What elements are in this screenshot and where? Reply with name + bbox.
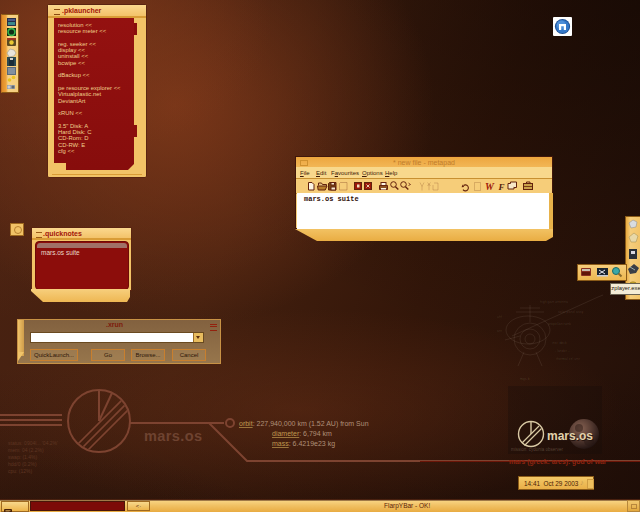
svg-text:mission: cydonia observer: mission: cydonia observer [511,447,564,452]
svg-text:hdd/0 (0.2%): hdd/0 (0.2%) [8,461,37,467]
svg-text:diameter: 6,794 km: diameter: 6,794 km [272,430,332,437]
svg-text:status: 0904l... '04.2%': status: 0904l... '04.2%' [8,440,58,446]
svg-text:inst. deck: inst. deck [552,341,567,345]
svg-text:solar panel assy: solar panel assy [558,310,584,314]
svg-text:swap: (1.4%): swap: (1.4%) [8,454,38,460]
svg-text:mgs-b: mgs-b [520,377,530,381]
svg-text:mars (greek: ares): god of war: mars (greek: ares): god of war [509,458,607,466]
svg-text:high gain antenna: high gain antenna [540,300,568,304]
svg-text:- lander --: - lander -- [555,349,571,353]
svg-text:thermal ctrl unit: thermal ctrl unit [556,357,580,361]
svg-text:W: W [485,181,495,192]
svg-text:cpu: (12%): cpu: (12%) [8,468,33,474]
svg-text:mars.os: mars.os [144,428,202,444]
svg-text:orbit: 227,940,000 km (1.52 AU: orbit: 227,940,000 km (1.52 AU) from Sun [239,420,369,428]
svg-text:ant: ant [497,329,502,333]
svg-text:mars.os: mars.os [547,429,593,443]
svg-text:uhf: uhf [497,315,502,319]
svg-text:propellant tank: propellant tank [548,322,571,326]
svg-text:mass: 6.4219e23 kg: mass: 6.4219e23 kg [272,440,335,448]
svg-text:mem: 04 (2.2%): mem: 04 (2.2%) [8,447,44,453]
svg-text:F: F [498,182,505,192]
